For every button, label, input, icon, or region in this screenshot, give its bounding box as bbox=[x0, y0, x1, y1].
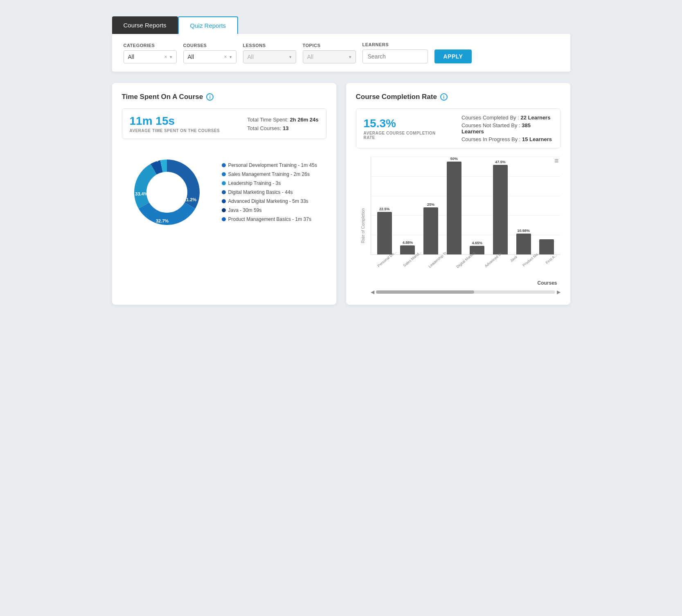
bar-chart-area: 22.5%4.88%25%50%4.65%47.5%10.98% Persona… bbox=[371, 157, 560, 295]
scroll-left-arrow[interactable]: ◀ bbox=[371, 289, 374, 295]
total-time-row: Total Time Spent: 2h 26m 24s bbox=[247, 117, 318, 123]
bar-column: 4.88% bbox=[397, 157, 418, 254]
bar-rect bbox=[423, 207, 438, 254]
legend-item: Product Management Basics - 1m 37s bbox=[222, 216, 317, 222]
legend-label: Sales Management Training - 2m 26s bbox=[228, 171, 310, 177]
total-time-value: 2h 26m 24s bbox=[290, 117, 318, 123]
bar-x-label: Java bbox=[509, 254, 518, 263]
donut-svg bbox=[122, 147, 212, 237]
bar-column: 10.98% bbox=[513, 157, 534, 254]
completion-stats: Courses Completed By : 22 Learners Cours… bbox=[461, 115, 553, 142]
bar-column: 25% bbox=[421, 157, 441, 254]
avg-rate-col: 15.3% AVERAGE COURSE COMPLETION RATE bbox=[364, 117, 447, 140]
topics-value: All bbox=[307, 54, 347, 60]
donut-chart: 33.4% 32.7% 21.2% 4.5% 3.8% bbox=[122, 147, 212, 237]
completion-rate-title: Course Completion Rate i bbox=[356, 93, 560, 101]
x-axis-label: Courses bbox=[371, 280, 560, 286]
categories-select[interactable]: All × ▾ bbox=[124, 50, 177, 63]
completion-summary: 15.3% AVERAGE COURSE COMPLETION RATE Cou… bbox=[356, 108, 560, 148]
bar-rect bbox=[377, 212, 392, 254]
stat1-row: Courses Completed By : 22 Learners bbox=[461, 115, 553, 121]
bar-value-label: 22.5% bbox=[379, 207, 390, 211]
topics-chevron-icon: ▾ bbox=[349, 54, 351, 60]
bar-value-label: 4.65% bbox=[472, 241, 483, 245]
topics-label: TOPICS bbox=[303, 43, 356, 48]
tab-quiz-reports[interactable]: Quiz Reports bbox=[178, 16, 239, 34]
page-wrapper: Course Reports Quiz Reports CATEGORIES A… bbox=[112, 16, 570, 305]
legend-dot bbox=[222, 163, 226, 167]
stat2-row: Courses Not Started By : 385 Learners bbox=[461, 122, 553, 135]
bar-column: 4.65% bbox=[467, 157, 488, 254]
filter-bar: CATEGORIES All × ▾ COURSES All × ▾ LESSO… bbox=[112, 34, 570, 72]
svg-point-0 bbox=[146, 172, 187, 213]
lessons-label: LESSONS bbox=[243, 43, 296, 48]
legend-item: Advanced Digital Marketing - 5m 33s bbox=[222, 198, 317, 204]
completion-info-icon[interactable]: i bbox=[440, 93, 448, 101]
completion-rate-card: Course Completion Rate i 15.3% AVERAGE C… bbox=[346, 83, 570, 305]
legend-dot bbox=[222, 208, 226, 212]
bar-column: 22.5% bbox=[374, 157, 395, 254]
lessons-select[interactable]: All ▾ bbox=[243, 50, 296, 63]
scroll-thumb bbox=[376, 290, 475, 294]
categories-value: All bbox=[128, 54, 162, 60]
legend-label: Product Management Basics - 1m 37s bbox=[228, 216, 311, 222]
legend-label: Advanced Digital Marketing - 5m 33s bbox=[228, 198, 308, 204]
legend-dot bbox=[222, 217, 226, 221]
legend-dot bbox=[222, 190, 226, 194]
bar-value-label: 47.5% bbox=[495, 160, 506, 164]
time-spent-info-icon[interactable]: i bbox=[206, 93, 214, 101]
legend-list: Personal Development Training - 1m 45s S… bbox=[222, 162, 317, 222]
topics-select[interactable]: All ▾ bbox=[303, 50, 356, 63]
avg-time-label: AVERAGE TIME SPENT ON THE COURSES bbox=[130, 128, 220, 133]
bar-column bbox=[536, 157, 557, 254]
scroll-right-arrow[interactable]: ▶ bbox=[557, 289, 560, 295]
tab-course-reports[interactable]: Course Reports bbox=[112, 16, 178, 34]
legend-item: Leadership Training - 3s bbox=[222, 180, 317, 186]
tabs-row: Course Reports Quiz Reports bbox=[112, 16, 570, 34]
bar-rect bbox=[493, 165, 508, 254]
bar-rect bbox=[400, 245, 415, 254]
courses-label: COURSES bbox=[183, 43, 236, 48]
time-summary-box: 11m 15s AVERAGE TIME SPENT ON THE COURSE… bbox=[122, 108, 326, 139]
legend-dot bbox=[222, 181, 226, 185]
courses-select[interactable]: All × ▾ bbox=[183, 50, 236, 63]
courses-clear-icon[interactable]: × bbox=[224, 54, 227, 60]
time-spent-card: Time Spent On A Course i 11m 15s AVERAGE… bbox=[112, 83, 336, 305]
learners-search-input[interactable] bbox=[362, 49, 428, 63]
avg-time-value: 11m 15s bbox=[130, 115, 220, 128]
stat3-value: 15 Learners bbox=[522, 136, 552, 142]
legend-dot bbox=[222, 172, 226, 176]
donut-section: 33.4% 32.7% 21.2% 4.5% 3.8% Personal Dev… bbox=[122, 147, 326, 237]
legend-dot bbox=[222, 199, 226, 203]
bar-chart-wrapper: ≡ Rate of Completion bbox=[356, 157, 560, 295]
legend-label: Leadership Training - 3s bbox=[228, 180, 281, 186]
bar-value-label: 4.88% bbox=[403, 241, 413, 245]
courses-chevron-icon: ▾ bbox=[230, 54, 232, 60]
time-spent-title: Time Spent On A Course i bbox=[122, 93, 326, 101]
bar-value-label: 10.98% bbox=[517, 229, 530, 233]
apply-button[interactable]: APPLY bbox=[434, 49, 472, 63]
legend-item: Sales Management Training - 2m 26s bbox=[222, 171, 317, 177]
legend-label: Digital Marketing Basics - 44s bbox=[228, 189, 293, 195]
categories-label: CATEGORIES bbox=[124, 43, 177, 48]
courses-value: All bbox=[188, 54, 222, 60]
total-courses-value: 13 bbox=[283, 125, 288, 131]
lessons-value: All bbox=[248, 54, 287, 60]
totals-col: Total Time Spent: 2h 26m 24s Total Cours… bbox=[247, 117, 318, 131]
bar-rect bbox=[516, 234, 531, 254]
legend-item: Personal Development Training - 1m 45s bbox=[222, 162, 317, 168]
legend-item: Digital Marketing Basics - 44s bbox=[222, 189, 317, 195]
avg-rate-label: AVERAGE COURSE COMPLETION RATE bbox=[364, 131, 447, 140]
scroll-track[interactable] bbox=[376, 290, 555, 294]
learners-label: LEARNERS bbox=[362, 42, 428, 47]
bar-value-label: 25% bbox=[427, 202, 434, 207]
stat1-value: 22 Learners bbox=[520, 115, 550, 121]
learners-filter: LEARNERS bbox=[362, 42, 428, 63]
categories-filter: CATEGORIES All × ▾ bbox=[124, 43, 177, 63]
lessons-filter: LESSONS All ▾ bbox=[243, 43, 296, 63]
categories-clear-icon[interactable]: × bbox=[164, 54, 167, 60]
avg-time-col: 11m 15s AVERAGE TIME SPENT ON THE COURSE… bbox=[130, 115, 220, 133]
bar-rect bbox=[539, 239, 554, 254]
categories-chevron-icon: ▾ bbox=[170, 54, 172, 60]
scrollbar[interactable]: ◀ ▶ bbox=[371, 289, 560, 295]
